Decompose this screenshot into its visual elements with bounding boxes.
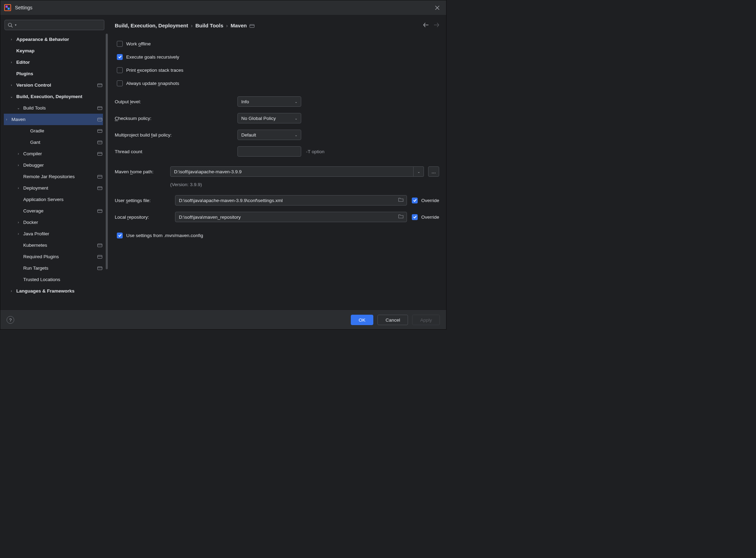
- project-marker-icon: [250, 22, 254, 28]
- local-repo-override-checkbox[interactable]: [412, 214, 418, 220]
- sidebar-item-build-tools[interactable]: ⌄Build Tools: [4, 102, 103, 114]
- sidebar-item-java-profiler[interactable]: ›Java Profiler: [4, 228, 103, 239]
- sidebar-item-remote-jar-repositories[interactable]: Remote Jar Repositories: [4, 171, 103, 182]
- sidebar-item-version-control[interactable]: ›Version Control: [4, 79, 103, 91]
- user-settings-override-checkbox[interactable]: [412, 198, 418, 203]
- breadcrumb-part: Build Tools: [195, 23, 224, 28]
- sidebar-item-build-execution-deployment[interactable]: ⌄Build, Execution, Deployment: [4, 91, 103, 102]
- breadcrumb-sep: ›: [226, 23, 228, 28]
- update-snapshots-checkbox[interactable]: [117, 80, 123, 86]
- sidebar-item-application-servers[interactable]: Application Servers: [4, 194, 103, 205]
- twisty-spacer: [16, 174, 21, 180]
- sidebar-item-label: Trusted Locations: [23, 277, 103, 282]
- search-input[interactable]: ▾: [5, 20, 104, 30]
- sidebar-item-label: Run Targets: [23, 265, 95, 271]
- maven-home-browse-button[interactable]: …: [428, 166, 439, 177]
- nav-back-button[interactable]: [423, 23, 429, 28]
- override-label: Override: [421, 215, 439, 220]
- twisty-spacer: [16, 208, 21, 214]
- project-marker-icon: [97, 186, 102, 191]
- svg-rect-5: [98, 106, 102, 110]
- fail-policy-select[interactable]: Default⌄: [237, 130, 301, 140]
- sidebar-item-label: Build, Execution, Deployment: [16, 94, 103, 99]
- folder-icon[interactable]: [398, 214, 403, 220]
- cancel-button[interactable]: Cancel: [377, 315, 408, 325]
- chevron-right-icon[interactable]: ›: [9, 60, 14, 65]
- sidebar-item-editor[interactable]: ›Editor: [4, 56, 103, 68]
- sidebar-item-coverage[interactable]: Coverage: [4, 205, 103, 217]
- sidebar-item-label: Gant: [30, 140, 95, 145]
- sidebar-item-gant[interactable]: Gant: [4, 137, 103, 148]
- sidebar-item-label: Appearance & Behavior: [16, 37, 103, 42]
- chevron-right-icon[interactable]: ›: [16, 220, 21, 225]
- chevron-down-icon[interactable]: ⌄: [9, 94, 14, 99]
- svg-rect-2: [8, 8, 10, 10]
- chevron-right-icon[interactable]: ›: [9, 288, 14, 294]
- settings-tree[interactable]: ›Appearance & BehaviorKeymap›EditorPlugi…: [4, 34, 108, 297]
- sidebar-item-label: Docker: [23, 220, 103, 225]
- sidebar-item-required-plugins[interactable]: Required Plugins: [4, 251, 103, 262]
- breadcrumb-part: Build, Execution, Deployment: [115, 23, 188, 28]
- sidebar-item-run-targets[interactable]: Run Targets: [4, 262, 103, 274]
- sidebar-item-plugins[interactable]: Plugins: [4, 68, 103, 79]
- sidebar-item-maven[interactable]: ›Maven: [4, 114, 103, 125]
- folder-icon[interactable]: [398, 197, 403, 203]
- use-mvn-config-checkbox[interactable]: [117, 233, 123, 238]
- twisty-spacer: [23, 128, 28, 134]
- output-level-select[interactable]: Info⌄: [237, 96, 301, 107]
- sidebar-item-label: Languages & Frameworks: [16, 288, 103, 294]
- thread-count-hint: -T option: [306, 149, 324, 154]
- chevron-right-icon[interactable]: ›: [16, 151, 21, 157]
- project-marker-icon: [97, 151, 102, 156]
- sidebar-item-docker[interactable]: ›Docker: [4, 217, 103, 228]
- sidebar-item-label: Plugins: [16, 71, 103, 76]
- search-filter-icon[interactable]: ▾: [15, 23, 17, 27]
- fail-policy-label: Multiproject build fail policy:: [115, 132, 237, 138]
- work-offline-label: Work offline: [126, 41, 151, 46]
- close-button[interactable]: [432, 2, 443, 13]
- user-settings-input[interactable]: D:\soft\java\apache-maven-3.9.9\conf\set…: [175, 195, 407, 206]
- breadcrumb-sep: ›: [191, 23, 193, 28]
- chevron-right-icon[interactable]: ›: [16, 231, 21, 237]
- chevron-right-icon[interactable]: ›: [9, 37, 14, 42]
- sidebar-item-languages-frameworks[interactable]: ›Languages & Frameworks: [4, 285, 103, 297]
- twisty-spacer: [9, 71, 14, 77]
- override-label: Override: [421, 198, 439, 203]
- svg-rect-15: [98, 267, 102, 270]
- print-exception-checkbox[interactable]: [117, 67, 123, 73]
- breadcrumb-part: Maven: [231, 23, 247, 28]
- chevron-right-icon[interactable]: ›: [16, 163, 21, 168]
- chevron-down-icon[interactable]: ⌄: [16, 105, 21, 111]
- project-marker-icon: [97, 140, 102, 145]
- maven-home-label: Maven home path:: [115, 169, 170, 174]
- sidebar-item-gradle[interactable]: Gradle: [4, 125, 103, 137]
- chevron-right-icon[interactable]: ›: [16, 185, 21, 191]
- sidebar-item-deployment[interactable]: ›Deployment: [4, 182, 103, 194]
- project-marker-icon: [97, 209, 102, 213]
- sidebar-item-appearance-behavior[interactable]: ›Appearance & Behavior: [4, 34, 103, 45]
- scrollbar-vertical[interactable]: [106, 34, 108, 269]
- project-marker-icon: [97, 129, 102, 133]
- checksum-policy-select[interactable]: No Global Policy⌄: [237, 113, 301, 123]
- chevron-right-icon[interactable]: ›: [4, 117, 9, 122]
- chevron-right-icon[interactable]: ›: [9, 82, 14, 88]
- sidebar-item-compiler[interactable]: ›Compiler: [4, 148, 103, 159]
- execute-recursively-checkbox[interactable]: [117, 54, 123, 60]
- thread-count-input[interactable]: [237, 146, 301, 157]
- sidebar-item-debugger[interactable]: ›Debugger: [4, 159, 103, 171]
- svg-rect-1: [6, 6, 8, 8]
- sidebar-item-kubernetes[interactable]: Kubernetes: [4, 239, 103, 251]
- ok-button[interactable]: OK: [351, 315, 374, 325]
- sidebar-item-trusted-locations[interactable]: Trusted Locations: [4, 274, 103, 285]
- breadcrumb: Build, Execution, Deployment › Build Too…: [115, 22, 254, 28]
- twisty-spacer: [16, 243, 21, 248]
- sidebar-item-keymap[interactable]: Keymap: [4, 45, 103, 56]
- sidebar-item-label: Java Profiler: [23, 231, 103, 236]
- help-button[interactable]: ?: [7, 316, 14, 324]
- sidebar-item-label: Keymap: [16, 48, 103, 53]
- local-repo-input[interactable]: D:\soft\java\maven_repository: [175, 212, 407, 222]
- work-offline-checkbox[interactable]: [117, 41, 123, 47]
- maven-home-input[interactable]: D:\soft\java\apache-maven-3.9.9: [170, 166, 414, 177]
- maven-home-dropdown-button[interactable]: ⌄: [414, 166, 424, 177]
- update-snapshots-label: Always update snapshots: [126, 81, 179, 86]
